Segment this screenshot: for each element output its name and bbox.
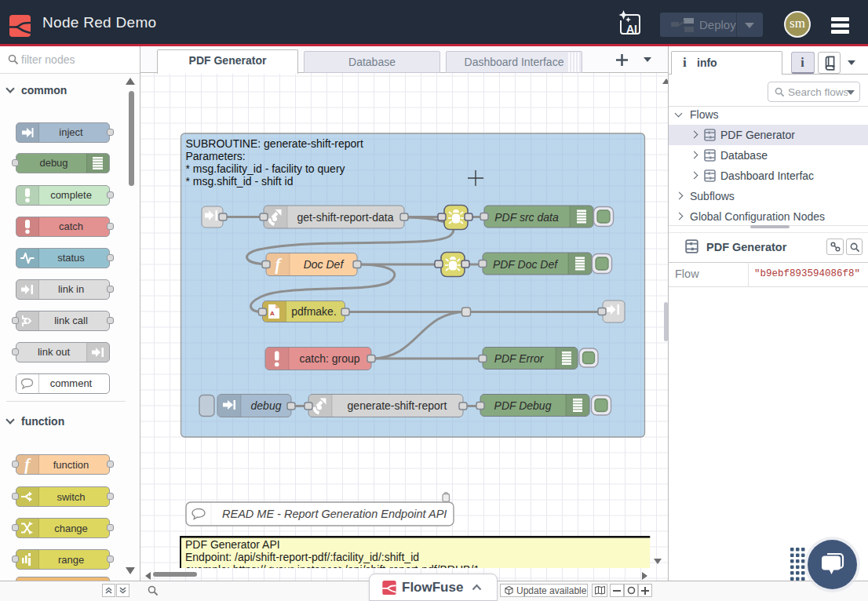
svg-text:A: A [270, 310, 275, 317]
svg-text:generate-shift-report: generate-shift-report [348, 399, 447, 412]
svg-text:catch: group: catch: group [299, 352, 359, 365]
svg-text:PDF Debug: PDF Debug [494, 399, 552, 412]
svg-text:Doc Def: Doc Def [304, 258, 345, 271]
svg-text:PDF Generator API: PDF Generator API [185, 538, 280, 551]
svg-text:* msg.facility_id - facility t: * msg.facility_id - facility to query [186, 162, 345, 175]
svg-text:SUBROUTINE: generate-shift-rep: SUBROUTINE: generate-shift-report [186, 137, 364, 150]
svg-text:debug: debug [251, 399, 282, 412]
svg-text:PDF src data: PDF src data [494, 211, 559, 224]
svg-text:pdfmake.: pdfmake. [291, 305, 337, 318]
svg-text:Parameters:: Parameters: [186, 150, 246, 162]
svg-text:READ ME - Report Generation En: READ ME - Report Generation Endpoint API [222, 508, 447, 520]
svg-text:AI: AI [626, 23, 637, 35]
svg-text:get-shift-report-data: get-shift-report-data [297, 211, 394, 224]
svg-text:PDF Error: PDF Error [494, 352, 545, 365]
svg-text:Endpoint: /api/shift-report-pd: Endpoint: /api/shift-report-pdf/:facilit… [185, 551, 419, 563]
svg-text:* msg.shift_id - shift id: * msg.shift_id - shift id [186, 175, 294, 188]
svg-text:PDF Doc Def: PDF Doc Def [493, 258, 559, 271]
